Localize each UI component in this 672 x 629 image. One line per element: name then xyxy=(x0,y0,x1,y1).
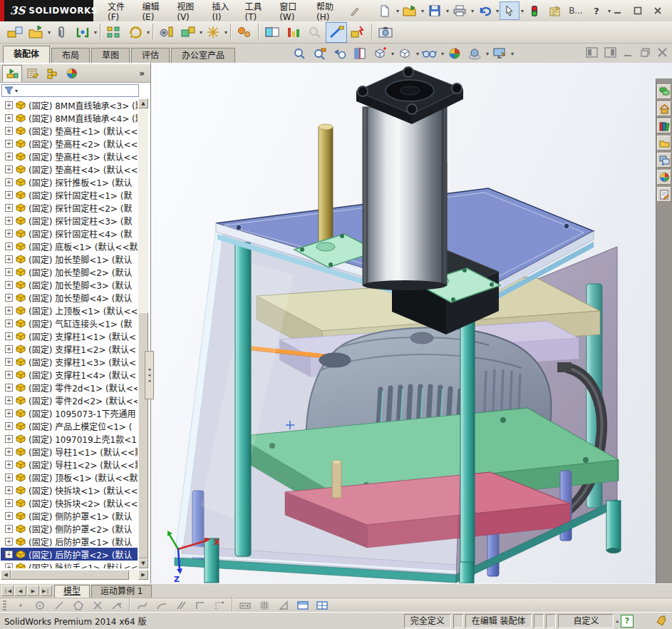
trim-icon[interactable] xyxy=(88,599,107,612)
print-dropdown-icon[interactable]: ▾ xyxy=(471,8,474,14)
expand-icon[interactable]: + xyxy=(5,319,13,327)
tree-item[interactable]: +(固定) 零件2d<1> (默认<< xyxy=(1,381,138,394)
tree-item[interactable]: +(固定) 支撑柱1<4> (默认< xyxy=(1,368,138,381)
expand-icon[interactable]: + xyxy=(5,153,13,160)
maximize-button[interactable] xyxy=(631,4,645,17)
open-dropdown-icon[interactable]: ▾ xyxy=(421,8,424,14)
expand-icon[interactable]: + xyxy=(5,217,13,225)
tree-item[interactable]: +(固定) 8MM直线轴承<4> (默 xyxy=(1,111,138,124)
model-tab[interactable]: 模型 xyxy=(54,585,90,598)
minimize-button[interactable] xyxy=(611,4,625,17)
expand-icon[interactable]: + xyxy=(5,538,13,546)
tree-item[interactable]: +(固定) 气缸连接头<1> (默 xyxy=(1,317,138,329)
angle-icon[interactable] xyxy=(274,599,293,612)
expand-icon[interactable]: + xyxy=(5,371,13,379)
tree-item[interactable]: +(固定) 产品上模定位<1> ( xyxy=(1,419,138,432)
doc-restore-button[interactable] xyxy=(640,47,651,58)
tab-layout[interactable]: 布局 xyxy=(51,48,90,63)
tab-evaluate[interactable]: 评估 xyxy=(131,48,170,63)
scroll-right-button[interactable]: ▶ xyxy=(138,570,148,580)
undo-dropdown-icon[interactable]: ▾ xyxy=(496,8,499,14)
expand-icon[interactable]: + xyxy=(5,563,13,569)
polygon-icon[interactable] xyxy=(68,599,88,612)
tree-item[interactable]: +(固定) 底板<1> (默认<<默 xyxy=(1,240,138,252)
table-icon[interactable] xyxy=(293,599,312,612)
view-orientation-dropdown-icon[interactable]: ▾ xyxy=(391,51,394,57)
tree-horizontal-scrollbar[interactable]: ◀ ▶ xyxy=(1,570,148,580)
configuration-manager-tab[interactable] xyxy=(42,65,62,82)
select-button[interactable] xyxy=(500,1,519,20)
tree-item[interactable]: +(固定) 垫高柱<4> (默认<< xyxy=(1,163,138,175)
tree-item[interactable]: +(固定) 侧防护罩<2> (默认 xyxy=(1,522,138,535)
explode-line-sketch-icon[interactable] xyxy=(326,22,347,43)
more-tabs-chevron[interactable]: » xyxy=(139,68,145,78)
expand-icon[interactable]: + xyxy=(5,525,13,533)
tree-item[interactable]: +(固定) 垫高柱<3> (默认<< xyxy=(1,150,138,163)
tree-item[interactable]: +(固定) 上顶板<1> (默认<< xyxy=(1,304,138,317)
expand-icon[interactable]: + xyxy=(5,101,13,109)
resources-icon[interactable] xyxy=(657,84,671,99)
expand-icon[interactable]: + xyxy=(5,435,13,443)
edit-appearance-icon[interactable] xyxy=(445,46,464,61)
view-orientation-icon[interactable] xyxy=(371,46,389,61)
spline-icon[interactable] xyxy=(133,599,152,612)
tree-item[interactable]: +(固定) 8MM直线轴承<3> (默 xyxy=(1,98,138,111)
reference-geometry-icon[interactable] xyxy=(202,22,224,43)
expand-icon[interactable]: + xyxy=(5,461,13,469)
graphics-viewport[interactable]: X Z xyxy=(151,63,672,583)
large-design-review-icon[interactable] xyxy=(304,22,326,43)
open-document-button[interactable] xyxy=(400,1,420,20)
nav-last-button[interactable]: ▶❘ xyxy=(40,585,52,596)
tree-item[interactable]: +(固定) 快拆块<2> (默认<< xyxy=(1,496,138,509)
hide-show-items-icon[interactable] xyxy=(420,46,439,61)
tree-item[interactable]: +(固定) 探针固定柱<2> (默 xyxy=(1,201,138,214)
tree-item[interactable]: +(固定) 探针固定柱<3> (默 xyxy=(1,214,138,227)
expand-icon[interactable]: + xyxy=(5,140,13,148)
tree-item[interactable]: +(固定) 支撑柱1<1> (默认< xyxy=(1,329,138,342)
tab-assembly[interactable]: 装配体 xyxy=(3,46,50,63)
expand-icon[interactable]: + xyxy=(5,281,13,289)
expand-icon[interactable]: + xyxy=(5,512,13,520)
tree-item[interactable]: +(固定) 后防护罩<1> (默认 xyxy=(1,535,138,548)
tree-item[interactable]: +(固定) 垫高柱<1> (默认<< xyxy=(1,124,138,137)
hide-show-dropdown-icon[interactable]: ▾ xyxy=(441,51,444,57)
expand-icon[interactable]: + xyxy=(5,551,13,558)
expand-icon[interactable]: + xyxy=(5,268,13,276)
assembly-visualization-icon[interactable] xyxy=(283,22,304,43)
expand-icon[interactable]: + xyxy=(5,384,13,392)
expand-icon[interactable]: + xyxy=(5,332,13,340)
quick-tips-button[interactable]: ? xyxy=(621,615,634,628)
display-style-icon[interactable] xyxy=(396,46,414,61)
motion-study-icon[interactable] xyxy=(234,22,255,43)
expand-icon[interactable]: + xyxy=(5,255,13,263)
custom-cell[interactable]: 自定义 xyxy=(558,614,614,628)
reference-geometry-dropdown-icon[interactable]: ▾ xyxy=(224,29,227,36)
grid-icon[interactable] xyxy=(254,599,274,612)
save-button[interactable] xyxy=(425,1,445,20)
open-part-icon[interactable] xyxy=(26,22,47,43)
zoom-to-area-icon[interactable] xyxy=(311,46,329,61)
take-snapshot-icon[interactable] xyxy=(375,22,396,43)
view-settings-dropdown-icon[interactable]: ▾ xyxy=(511,51,514,57)
tree-item[interactable]: +(固定) 加长垫脚<2> (默认 xyxy=(1,265,138,278)
expand-icon[interactable]: + xyxy=(5,230,13,237)
new-dropdown-icon[interactable]: ▾ xyxy=(396,8,399,14)
tree-item[interactable]: +(固定) 支撑柱1<3> (默认< xyxy=(1,355,138,368)
expand-icon[interactable]: + xyxy=(5,307,13,314)
tree-item[interactable]: +(固定) 1095073-1下壳通用 xyxy=(1,406,138,419)
design-library-icon[interactable] xyxy=(657,118,671,133)
collapse-right-pane-button[interactable] xyxy=(604,47,616,58)
doc-minimize-button[interactable] xyxy=(623,47,634,58)
expand-icon[interactable]: + xyxy=(5,499,13,507)
apply-scene-icon[interactable] xyxy=(465,46,484,61)
collapse-left-pane-button[interactable] xyxy=(586,47,598,58)
display-style-dropdown-icon[interactable]: ▾ xyxy=(416,51,419,57)
expand-icon[interactable]: + xyxy=(5,448,13,456)
point-icon[interactable] xyxy=(11,599,30,612)
scroll-up-button[interactable]: ▲ xyxy=(138,98,148,108)
expand-icon[interactable]: + xyxy=(5,409,13,417)
tree-item[interactable]: +(固定) 脉拉手<1> (默认<< xyxy=(1,561,138,568)
motion-study-tab[interactable]: 运动算例 1 xyxy=(91,585,152,598)
nav-next-button[interactable]: ▶ xyxy=(27,585,39,596)
filter-icon[interactable] xyxy=(4,86,14,96)
